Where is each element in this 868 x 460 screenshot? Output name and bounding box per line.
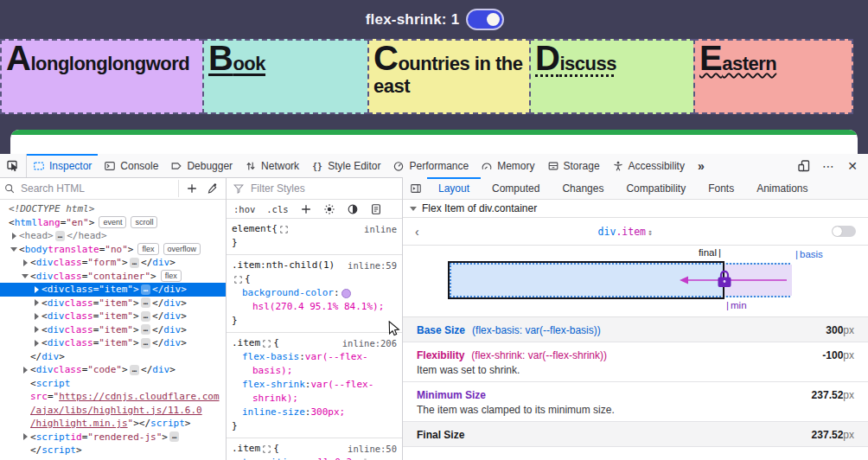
expand-arrow-icon[interactable]: [31, 299, 41, 306]
back-chevron-icon[interactable]: ‹: [415, 225, 419, 239]
expand-arrow-icon[interactable]: [31, 286, 41, 293]
expand-arrow-icon[interactable]: [20, 259, 30, 266]
expand-arrow-icon[interactable]: [9, 233, 19, 240]
css-token[interactable]: .item: [232, 336, 260, 350]
expand-arrow-icon[interactable]: [31, 313, 41, 320]
add-rule-button[interactable]: [300, 203, 312, 215]
css-token[interactable]: element: [232, 222, 271, 236]
node-badge[interactable]: scroll: [131, 216, 157, 228]
collapse-arrow-icon[interactable]: [9, 247, 19, 252]
flex-item-section-header[interactable]: Flex Item of div.container: [403, 200, 868, 218]
css-token[interactable]: var(--flex-: [310, 378, 373, 392]
css-token[interactable]: hsl(270.4 95.1% 84.1%);: [252, 300, 384, 314]
expand-arrow-icon[interactable]: [20, 367, 30, 374]
inline-expander-icon[interactable]: …: [141, 297, 150, 308]
inline-expander-icon[interactable]: …: [130, 258, 139, 268]
sidebar-tab-layout[interactable]: Layout: [427, 177, 481, 199]
flex-shrink-toggle[interactable]: [468, 10, 502, 29]
tab-network[interactable]: Network: [239, 154, 305, 177]
sidebar-tab-fonts[interactable]: Fonts: [697, 177, 745, 199]
inline-expander-icon[interactable]: …: [55, 231, 65, 241]
tab-accessibility[interactable]: Accessibility: [606, 154, 691, 177]
css-token[interactable]: transition: [242, 456, 299, 460]
node-badge[interactable]: flex: [161, 270, 182, 282]
css-token[interactable]: flex-basis: [242, 350, 299, 364]
markup-row[interactable]: <div class="code">…</div>: [0, 363, 226, 377]
more-options-button[interactable]: ⋯: [818, 156, 839, 176]
markup-row[interactable]: <html lang="en">eventscroll: [0, 216, 226, 230]
markup-row[interactable]: /highlight.min.js"></script>: [0, 417, 226, 431]
light-theme-button[interactable]: [323, 203, 335, 215]
markup-row[interactable]: <div class="item">…</div>: [0, 297, 226, 310]
add-node-button[interactable]: [182, 180, 201, 197]
tab-memory[interactable]: Memory: [475, 154, 540, 177]
flex-highlight-toggle[interactable]: [832, 226, 856, 237]
css-token[interactable]: 300px;: [310, 406, 345, 419]
collapse-arrow-icon[interactable]: [20, 274, 30, 278]
tab-style-editor[interactable]: {}Style Editor: [305, 154, 386, 177]
markup-row[interactable]: <script: [0, 377, 226, 391]
sidebar-toggle-icon[interactable]: [403, 177, 427, 199]
color-swatch[interactable]: [341, 289, 351, 298]
tab-storage[interactable]: Storage: [541, 154, 606, 177]
selector-highlighter-icon[interactable]: [262, 339, 271, 348]
sidebar-tab-changes[interactable]: Changes: [551, 177, 615, 199]
search-input[interactable]: [19, 182, 175, 195]
css-token[interactable]: inline-size: [242, 406, 305, 419]
selector-updown-icon[interactable]: ⇕: [648, 227, 653, 237]
tab-inspector[interactable]: Inspector: [27, 154, 98, 177]
markup-row[interactable]: </script>: [0, 444, 226, 457]
css-token[interactable]: var(--flex-: [305, 350, 368, 364]
stylesheet-location-link[interactable]: inline:206: [342, 336, 397, 350]
node-badge[interactable]: flex: [137, 243, 158, 255]
stylesheet-location-link[interactable]: inline:50: [348, 442, 397, 456]
selector-highlighter-icon[interactable]: [279, 225, 289, 234]
flex-item-selector[interactable]: div.item⇕: [598, 226, 653, 238]
selector-highlighter-icon[interactable]: [262, 444, 271, 454]
inline-expander-icon[interactable]: …: [141, 338, 150, 348]
expand-arrow-icon[interactable]: [31, 326, 41, 333]
stylesheet-location-link[interactable]: inline:59: [348, 259, 397, 272]
sidebar-tab-animations[interactable]: Animations: [745, 177, 819, 199]
eyedropper-button[interactable]: [203, 180, 222, 197]
expand-arrow-icon[interactable]: [20, 433, 30, 440]
css-token[interactable]: flex-shrink: [242, 378, 305, 392]
markup-row[interactable]: <div class="container">flex: [0, 270, 226, 284]
markup-row[interactable]: <div class="item">…</div>: [0, 336, 226, 350]
filter-styles-input[interactable]: [249, 182, 396, 195]
css-token[interactable]: .item: [232, 442, 260, 456]
markup-row[interactable]: <head>…</head>: [0, 229, 226, 243]
more-tabs-chevron-icon[interactable]: »: [691, 154, 712, 177]
selector-highlighter-icon[interactable]: [233, 275, 243, 284]
pick-element-button[interactable]: [0, 154, 27, 177]
tab-performance[interactable]: Performance: [386, 154, 475, 177]
inline-expander-icon[interactable]: …: [130, 365, 139, 375]
markup-row[interactable]: /ajax/libs/highlight.js/11.6.0: [0, 404, 226, 418]
markup-row[interactable]: </div>: [0, 350, 226, 364]
markup-row[interactable]: <div class="item">…</div>: [0, 310, 226, 323]
markup-row[interactable]: <script id="rendered-js">…: [0, 431, 226, 444]
markup-row[interactable]: <div class="item">…</div>: [0, 323, 226, 337]
responsive-design-mode-button[interactable]: [794, 156, 814, 176]
class-toggle-button[interactable]: .cls: [266, 204, 288, 214]
markup-row[interactable]: <body translate="no">flexoverflow: [0, 243, 226, 257]
tab-console[interactable]: Console: [98, 154, 164, 177]
dark-theme-button[interactable]: [347, 203, 359, 215]
print-media-button[interactable]: [370, 203, 382, 215]
tab-debugger[interactable]: Debugger: [164, 154, 239, 177]
markup-row[interactable]: <div class="item">…</div>: [0, 283, 226, 297]
expand-arrow-icon[interactable]: [31, 340, 41, 347]
stylesheet-location-link[interactable]: inline: [364, 222, 397, 236]
css-token[interactable]: shrink);: [252, 392, 298, 406]
pseudo-class-button[interactable]: :hov: [233, 204, 255, 214]
node-badge[interactable]: event: [99, 216, 126, 228]
close-devtools-button[interactable]: ✕: [842, 156, 863, 176]
markup-row[interactable]: <!DOCTYPE html>: [0, 202, 226, 216]
markup-row[interactable]: <div class="form">…</div>: [0, 256, 226, 270]
inline-expander-icon[interactable]: …: [141, 311, 150, 322]
css-token[interactable]: background-color: [242, 286, 334, 300]
css-token[interactable]: .item:nth-child(1): [232, 259, 335, 272]
inline-expander-icon[interactable]: …: [141, 284, 150, 295]
sidebar-tab-compatibility[interactable]: Compatibility: [615, 177, 697, 199]
inline-expander-icon[interactable]: …: [169, 431, 179, 442]
